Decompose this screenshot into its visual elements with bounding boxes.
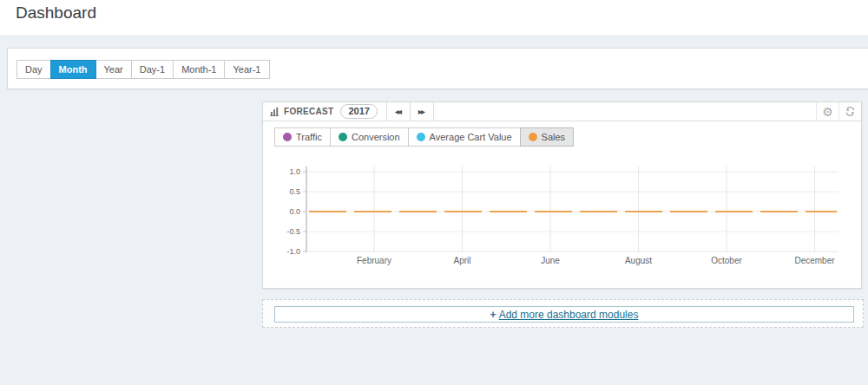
- legend-conversion[interactable]: Conversion: [330, 127, 409, 147]
- tab-month-1[interactable]: Month-1: [173, 60, 225, 79]
- legend-traffic[interactable]: Traffic: [274, 127, 331, 147]
- legend-sales-label: Sales: [542, 132, 566, 142]
- forecast-panel-title: FORECAST: [284, 107, 333, 116]
- forecast-header-left: FORECAST 2017 ◂◂ ▸▸: [263, 102, 434, 121]
- svg-text:-1.0: -1.0: [286, 247, 300, 256]
- tab-month[interactable]: Month: [50, 60, 96, 79]
- svg-text:August: August: [625, 256, 652, 265]
- forecast-chart-svg: 1.00.50.0-0.5-1.0FebruaryAprilJuneAugust…: [263, 154, 863, 276]
- add-modules-dropzone: +Add more dashboard modules: [262, 299, 864, 328]
- average-cart-value-dot-icon: [417, 133, 425, 141]
- add-modules-link[interactable]: +Add more dashboard modules: [490, 309, 639, 321]
- svg-text:February: February: [357, 256, 391, 265]
- period-toolbar: Day Month Year Day-1 Month-1 Year-1: [7, 48, 868, 89]
- tab-year[interactable]: Year: [95, 60, 132, 79]
- top-header-bar: Dashboard: [0, 0, 868, 36]
- sales-dot-icon: [529, 133, 537, 141]
- svg-text:October: October: [711, 256, 742, 265]
- svg-text:0.5: 0.5: [289, 187, 300, 196]
- forecast-header-actions: ⚙: [816, 102, 861, 121]
- legend-traffic-label: Traffic: [296, 132, 322, 142]
- forecast-year-badge: 2017: [340, 104, 377, 119]
- plus-icon: +: [490, 309, 496, 321]
- forecast-chart: 1.00.50.0-0.5-1.0FebruaryAprilJuneAugust…: [263, 154, 863, 284]
- bar-chart-icon: [270, 107, 279, 116]
- page-title: Dashboard: [16, 1, 96, 25]
- previous-year-button[interactable]: ◂◂: [386, 102, 410, 121]
- tab-year-1[interactable]: Year-1: [224, 60, 269, 79]
- legend-sales[interactable]: Sales: [520, 127, 575, 147]
- traffic-dot-icon: [283, 133, 292, 141]
- legend-average-cart-value-label: Average Cart Value: [430, 132, 512, 142]
- period-tab-group: Day Month Year Day-1 Month-1 Year-1: [16, 60, 270, 79]
- svg-text:April: April: [453, 256, 470, 265]
- legend-average-cart-value[interactable]: Average Cart Value: [408, 127, 521, 147]
- svg-text:December: December: [794, 256, 835, 265]
- forecast-legend: Traffic Conversion Average Cart Value Sa…: [274, 127, 574, 147]
- legend-conversion-label: Conversion: [352, 132, 400, 142]
- svg-text:0.0: 0.0: [289, 207, 300, 216]
- forecast-panel-header: FORECAST 2017 ◂◂ ▸▸ ⚙: [263, 102, 861, 121]
- tab-day-1[interactable]: Day-1: [131, 60, 174, 79]
- forecast-panel: FORECAST 2017 ◂◂ ▸▸ ⚙ Traffic: [262, 101, 862, 289]
- settings-gear-icon[interactable]: ⚙: [816, 102, 838, 121]
- svg-text:-0.5: -0.5: [286, 227, 300, 236]
- conversion-dot-icon: [339, 133, 347, 141]
- next-year-button[interactable]: ▸▸: [410, 102, 433, 121]
- add-modules-box[interactable]: +Add more dashboard modules: [274, 306, 854, 323]
- forecast-title-cell: FORECAST 2017: [263, 102, 386, 121]
- svg-text:1.0: 1.0: [289, 167, 300, 176]
- tab-day[interactable]: Day: [16, 60, 51, 79]
- svg-text:June: June: [541, 256, 560, 265]
- refresh-icon[interactable]: [838, 102, 861, 121]
- add-modules-label: Add more dashboard modules: [499, 309, 639, 321]
